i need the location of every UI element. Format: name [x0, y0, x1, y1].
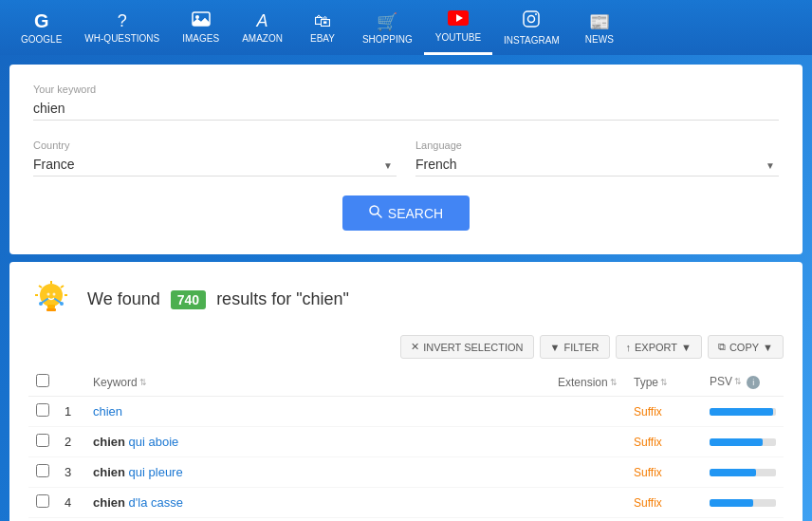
- psv-info-icon[interactable]: i: [747, 376, 760, 389]
- th-type-label: Type: [634, 376, 658, 389]
- nav-item-shopping[interactable]: 🛒 SHOPPING: [351, 0, 424, 55]
- psv-bar: [710, 438, 776, 446]
- nav-label-amazon: AMAZON: [242, 33, 283, 44]
- row-checkbox[interactable]: [36, 494, 49, 508]
- svg-line-14: [39, 286, 42, 288]
- nav-item-google[interactable]: G GOOGLE: [9, 0, 73, 55]
- nav-label-news: NEWS: [585, 34, 614, 45]
- row-psv-cell: [702, 518, 784, 522]
- svg-rect-12: [46, 308, 56, 311]
- country-label: Country: [33, 140, 397, 151]
- row-checkbox-cell: [28, 397, 57, 427]
- row-keyword-cell: chien qui aboie: [85, 427, 550, 457]
- svg-line-16: [61, 286, 64, 288]
- nav-item-amazon[interactable]: a AMAZON: [231, 0, 294, 55]
- copy-dropdown-arrow: ▼: [763, 342, 773, 353]
- th-select-all: [28, 368, 57, 397]
- table-row: 1 chien Suffix: [28, 397, 784, 427]
- row-num: 3: [57, 457, 85, 488]
- nav-item-news[interactable]: 📰 NEWS: [571, 0, 628, 55]
- results-post-text: results for "chien": [216, 289, 349, 308]
- keyword-link[interactable]: chien qui pleure: [93, 465, 183, 479]
- row-extension-cell: [550, 488, 626, 518]
- row-type-badge: Suffix: [634, 466, 662, 479]
- th-psv-label: PSV: [710, 375, 732, 388]
- row-keyword-cell: chien qui pleure: [85, 457, 550, 488]
- filter-icon: ▼: [550, 342, 561, 353]
- ebay-icon: 🛍: [314, 11, 331, 31]
- svg-rect-11: [47, 305, 55, 308]
- export-dropdown-arrow: ▼: [681, 342, 692, 353]
- row-type-badge: Suffix: [634, 496, 662, 510]
- select-all-checkbox[interactable]: [36, 374, 49, 387]
- svg-point-18: [47, 293, 50, 296]
- row-num: 5: [57, 518, 85, 522]
- psv-sort-icon: ⇅: [734, 377, 742, 386]
- svg-point-10: [40, 284, 63, 307]
- bulb-icon: [28, 276, 74, 322]
- invert-selection-button[interactable]: ✕ INVERT SELECTION: [400, 335, 533, 359]
- row-keyword-cell: chien: [85, 397, 550, 427]
- language-select[interactable]: French English German Spanish Italian: [415, 155, 779, 177]
- svg-marker-2: [193, 18, 210, 26]
- keyword-link[interactable]: chien qui aboie: [93, 435, 178, 449]
- row-checkbox[interactable]: [36, 403, 49, 417]
- row-checkbox-cell: [28, 518, 57, 522]
- table-header-row: Keyword ⇅ Extension ⇅ Type ⇅: [28, 368, 784, 397]
- svg-point-1: [195, 15, 199, 19]
- row-num: 4: [57, 488, 85, 518]
- results-count-badge: 740: [171, 290, 206, 309]
- keyword-input[interactable]: [33, 99, 779, 121]
- psv-bar: [710, 408, 776, 416]
- th-keyword-label: Keyword: [93, 376, 138, 389]
- svg-line-9: [378, 214, 381, 217]
- svg-point-22: [39, 302, 43, 306]
- copy-button[interactable]: ⧉ COPY ▼: [708, 335, 784, 359]
- table-row: 2 chien qui aboie Suffix: [28, 427, 784, 457]
- row-checkbox-cell: [28, 427, 57, 457]
- nav-item-wh-questions[interactable]: ? WH-QUESTIONS: [73, 0, 171, 55]
- invert-icon: ✕: [411, 341, 419, 353]
- amazon-icon: a: [257, 11, 268, 31]
- th-extension-label: Extension: [558, 376, 608, 389]
- psv-bar: [710, 469, 776, 476]
- row-checkbox-cell: [28, 457, 57, 488]
- keyword-link[interactable]: chien d'la casse: [93, 495, 183, 510]
- th-psv: PSV ⇅ i: [702, 368, 784, 397]
- row-type-cell: Suffix: [626, 457, 702, 488]
- row-type-cell: Suffix: [626, 427, 702, 457]
- language-field-group: Language French English German Spanish I…: [415, 140, 779, 177]
- keyword-sort[interactable]: Keyword ⇅: [93, 376, 147, 389]
- nav-item-instagram[interactable]: INSTAGRAM: [492, 0, 571, 55]
- th-keyword: Keyword ⇅: [85, 368, 550, 397]
- results-found-text: We found 740 results for "chien": [87, 289, 349, 309]
- nav-item-images[interactable]: IMAGES: [171, 0, 231, 55]
- row-checkbox[interactable]: [36, 464, 49, 477]
- row-num: 1: [57, 397, 85, 427]
- psv-bar-fill: [710, 438, 763, 446]
- country-select[interactable]: France Germany United States United King…: [33, 155, 397, 177]
- filter-button[interactable]: ▼ FILTER: [540, 335, 610, 359]
- row-extension-cell: [550, 427, 626, 457]
- type-sort-icon: ⇅: [660, 378, 668, 387]
- export-button[interactable]: ↑ EXPORT ▼: [616, 335, 702, 359]
- nav-label-google: GOOGLE: [21, 34, 62, 45]
- row-checkbox[interactable]: [36, 434, 49, 447]
- nav-item-youtube[interactable]: YOUTUBE: [424, 0, 492, 55]
- google-icon: G: [34, 10, 49, 32]
- psv-sort[interactable]: PSV ⇅: [710, 375, 742, 388]
- svg-point-6: [528, 16, 535, 23]
- row-type-badge: Suffix: [634, 436, 662, 449]
- search-button[interactable]: SEARCH: [342, 195, 470, 231]
- results-header: We found 740 results for "chien": [28, 276, 784, 322]
- row-extension-cell: [550, 397, 626, 427]
- keyword-link[interactable]: chien: [93, 404, 122, 419]
- svg-point-7: [535, 13, 537, 15]
- extension-sort[interactable]: Extension ⇅: [558, 376, 618, 389]
- psv-bar-bg: [710, 408, 776, 416]
- nav-item-ebay[interactable]: 🛍 EBAY: [294, 0, 351, 55]
- search-icon: [369, 205, 382, 221]
- instagram-icon: [522, 9, 541, 33]
- nav-label-instagram: INSTAGRAM: [504, 35, 560, 46]
- type-sort[interactable]: Type ⇅: [634, 376, 668, 389]
